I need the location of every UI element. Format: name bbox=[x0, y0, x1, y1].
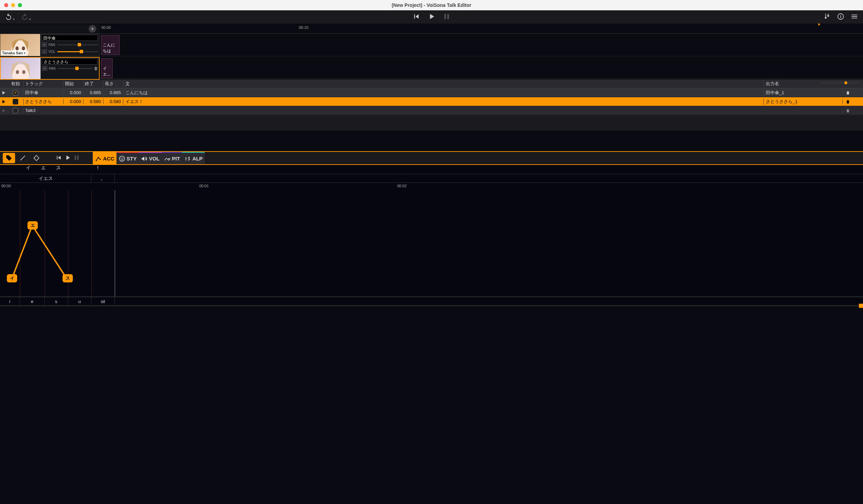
zoom-slider[interactable] bbox=[820, 82, 861, 83]
add-track-button[interactable]: + bbox=[89, 25, 96, 33]
kana-cell[interactable]: ！ bbox=[66, 165, 114, 174]
timeline-ruler[interactable]: 00:00 00:10 bbox=[100, 24, 863, 34]
enabled-checkbox[interactable] bbox=[13, 90, 18, 96]
pan-slider[interactable] bbox=[58, 68, 93, 69]
avatar[interactable] bbox=[1, 58, 41, 79]
accent-node[interactable]: イ bbox=[7, 274, 17, 282]
ruler-mark: 00:10 bbox=[299, 25, 309, 30]
phrase-table: 有効 トラック 開始 終了 長さ 文 出力名 田中傘 0.000 0.885 0… bbox=[0, 79, 863, 131]
solo-button[interactable]: s bbox=[42, 49, 47, 54]
tab-alp[interactable]: ALP bbox=[182, 152, 205, 164]
ruler-mark: 00:00 bbox=[101, 25, 111, 30]
word-cell[interactable]: 。 bbox=[91, 174, 115, 182]
svg-point-11 bbox=[121, 158, 122, 159]
track-header-1[interactable]: さとうささら mPAN bbox=[0, 57, 100, 80]
zoom-arrow-icon[interactable] bbox=[818, 23, 820, 26]
clip-lane-1[interactable]: イエ... bbox=[100, 57, 863, 80]
menu-icon[interactable] bbox=[851, 13, 858, 21]
table-header: 有効 トラック 開始 終了 長さ 文 出力名 bbox=[0, 79, 863, 88]
close-window[interactable] bbox=[4, 3, 8, 7]
accent-node[interactable]: エ bbox=[27, 221, 38, 229]
window-title: (New Project) - VoiSona Talk Editor bbox=[392, 2, 471, 8]
mute-button[interactable]: m bbox=[42, 42, 47, 47]
word-row: イエス 。 bbox=[0, 174, 863, 183]
track-name-input[interactable]: 田中傘 bbox=[42, 35, 98, 41]
scroll-down-icon[interactable] bbox=[94, 69, 98, 71]
mute-button[interactable]: m bbox=[42, 66, 47, 71]
tab-pit[interactable]: PIT bbox=[162, 152, 182, 164]
svg-point-5 bbox=[16, 70, 19, 74]
tab-sty[interactable]: STY bbox=[116, 152, 139, 164]
editor-skip-back[interactable] bbox=[55, 154, 63, 163]
avatar-label: Tanaka San bbox=[2, 51, 23, 55]
table-row[interactable]: Talk3 bbox=[0, 106, 863, 115]
titlebar: (New Project) - VoiSona Talk Editor bbox=[0, 0, 863, 10]
vol-slider[interactable] bbox=[57, 51, 98, 52]
clip[interactable]: こんにちは bbox=[101, 35, 120, 55]
editor-toolbar: ACC STY VOL PIT ALP bbox=[0, 151, 863, 165]
avatar[interactable]: Tanaka San ▾ bbox=[0, 34, 40, 56]
accent-node[interactable]: ス bbox=[63, 274, 73, 282]
clip[interactable]: イエ... bbox=[101, 58, 113, 78]
line-tool[interactable] bbox=[16, 153, 29, 163]
play-row-button[interactable] bbox=[0, 91, 8, 94]
window-controls bbox=[4, 3, 22, 7]
main-toolbar bbox=[0, 10, 863, 24]
vol-label: VOL bbox=[48, 50, 56, 54]
minimize-window[interactable] bbox=[11, 3, 15, 7]
track-name-input[interactable]: さとうささら bbox=[42, 58, 98, 65]
play-row-button[interactable] bbox=[0, 109, 8, 112]
enabled-checkbox[interactable] bbox=[13, 108, 18, 113]
timeline[interactable]: 00:00 00:10 こんにちは イエ... bbox=[100, 24, 863, 79]
svg-point-12 bbox=[122, 158, 123, 159]
scroll-up-icon[interactable] bbox=[94, 66, 98, 68]
editor-pause[interactable] bbox=[73, 154, 80, 163]
track-headers: + Tanaka San ▾ 田中傘 mPAN sVOL さとうささら mPAN bbox=[0, 24, 100, 79]
play-row-button[interactable] bbox=[0, 100, 8, 103]
svg-point-13 bbox=[168, 158, 169, 159]
redo-button[interactable] bbox=[21, 13, 31, 21]
svg-point-3 bbox=[22, 46, 25, 51]
clip-lane-0[interactable]: こんにちは bbox=[100, 34, 863, 56]
zoom-window[interactable] bbox=[18, 3, 22, 7]
svg-point-14 bbox=[188, 157, 190, 158]
delete-row-button[interactable] bbox=[842, 90, 853, 95]
kana-row: イ エ ス ！ bbox=[0, 165, 863, 174]
editor-play[interactable] bbox=[64, 154, 71, 163]
pan-slider[interactable] bbox=[57, 44, 98, 45]
undo-button[interactable] bbox=[5, 13, 15, 21]
editor-ruler[interactable]: 00:00 00:01 00:02 bbox=[0, 183, 863, 190]
tab-acc[interactable]: ACC bbox=[93, 152, 116, 164]
playhead[interactable] bbox=[115, 190, 115, 296]
h-scrollbar[interactable] bbox=[0, 305, 863, 306]
svg-point-10 bbox=[119, 156, 124, 161]
play-button[interactable] bbox=[427, 12, 436, 22]
svg-point-2 bbox=[15, 46, 19, 51]
svg-point-6 bbox=[22, 70, 25, 74]
delete-row-button[interactable] bbox=[842, 108, 853, 113]
diamond-tool[interactable] bbox=[30, 153, 43, 163]
track-header-0[interactable]: Tanaka San ▾ 田中傘 mPAN sVOL bbox=[0, 34, 100, 56]
table-row[interactable]: さとうささら 0.000 0.580 0.580 イエス！ さとうささら_1 bbox=[0, 97, 863, 106]
info-icon[interactable] bbox=[837, 13, 844, 21]
skip-back-button[interactable] bbox=[412, 12, 421, 22]
delete-row-button[interactable] bbox=[842, 99, 853, 104]
tab-vol[interactable]: VOL bbox=[139, 152, 162, 164]
enabled-checkbox[interactable] bbox=[13, 99, 18, 104]
kana-cell[interactable]: エ bbox=[36, 165, 51, 174]
tracks-area: + Tanaka San ▾ 田中傘 mPAN sVOL さとうささら mPAN bbox=[0, 24, 863, 79]
mixer-icon[interactable] bbox=[823, 13, 831, 21]
pause-button[interactable] bbox=[442, 12, 451, 22]
tag-tool[interactable] bbox=[3, 153, 15, 163]
accent-graph[interactable]: イ エ ス bbox=[0, 190, 863, 297]
kana-cell[interactable]: ス bbox=[51, 165, 66, 174]
pan-label: PAN bbox=[48, 43, 56, 47]
kana-cell[interactable]: イ bbox=[21, 165, 36, 174]
table-row[interactable]: 田中傘 0.000 0.885 0.885 こんにちは 田中傘_1 bbox=[0, 88, 863, 97]
word-cell[interactable]: イエス bbox=[0, 174, 91, 182]
editor-pane: イ エ ス ！ イエス 。 00:00 00:01 00:02 イ エ ス i … bbox=[0, 165, 863, 306]
